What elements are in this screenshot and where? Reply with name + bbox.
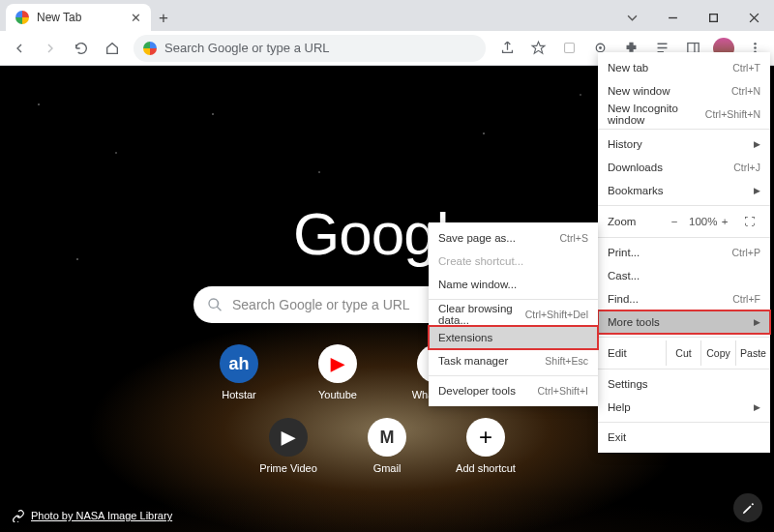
shortcut-label: Youtube — [318, 389, 357, 400]
window-titlebar: New Tab ✕ + — [0, 0, 774, 31]
svg-rect-2 — [564, 44, 574, 53]
menu-edit-row: Edit Cut Copy Paste — [598, 340, 770, 366]
menu-more-tools[interactable]: More tools▶ — [598, 310, 770, 334]
menu-zoom: Zoom − 100% + ⛶ — [598, 209, 770, 234]
search-placeholder: Search Google or type a URL — [232, 297, 410, 312]
submenu-clear-data[interactable]: Clear browsing data...Ctrl+Shift+Del — [429, 303, 598, 326]
chevron-down-icon[interactable] — [611, 4, 652, 31]
pencil-icon — [741, 501, 756, 516]
browser-tab[interactable]: New Tab ✕ — [6, 4, 151, 31]
submenu-save-page[interactable]: Save page as...Ctrl+S — [429, 226, 598, 250]
google-icon — [143, 42, 157, 55]
forward-button[interactable] — [37, 35, 64, 62]
submenu-extensions[interactable]: Extensions — [429, 326, 598, 349]
shortcut-label: Hotstar — [222, 389, 255, 400]
background-credit[interactable]: Photo by NASA Image Library — [12, 509, 172, 522]
shortcut-label: Add shortcut — [456, 462, 516, 474]
shortcut-tile[interactable]: ▶Youtube — [299, 344, 376, 400]
menu-bookmarks[interactable]: Bookmarks▶ — [598, 179, 770, 202]
svg-rect-1 — [709, 14, 717, 21]
menu-print[interactable]: Print...Ctrl+P — [598, 241, 770, 264]
home-button[interactable] — [99, 35, 126, 62]
window-controls — [611, 4, 774, 31]
menu-exit[interactable]: Exit — [598, 426, 770, 449]
extension-box-icon[interactable] — [555, 35, 582, 62]
menu-settings[interactable]: Settings — [598, 372, 770, 396]
fullscreen-icon[interactable]: ⛶ — [739, 216, 760, 227]
zoom-in-button[interactable]: + — [714, 216, 735, 227]
svg-point-7 — [754, 43, 757, 45]
svg-point-8 — [754, 46, 757, 49]
submenu-task-manager[interactable]: Task managerShift+Esc — [429, 349, 598, 372]
shortcut-tile[interactable]: +Add shortcut — [447, 418, 524, 474]
credit-text: Photo by NASA Image Library — [31, 510, 172, 521]
submenu-developer-tools[interactable]: Developer toolsCtrl+Shift+I — [429, 379, 598, 402]
submenu-name-window[interactable]: Name window... — [429, 273, 598, 296]
shortcut-icon: ▶ — [318, 344, 357, 383]
svg-point-4 — [599, 46, 602, 49]
shortcut-label: Prime Video — [259, 462, 317, 474]
reload-button[interactable] — [68, 35, 95, 62]
link-icon — [12, 509, 25, 522]
tab-title: New Tab — [37, 11, 81, 24]
menu-history[interactable]: History▶ — [598, 133, 770, 156]
new-tab-button[interactable]: + — [151, 6, 176, 31]
shortcut-icon: ▶ — [269, 418, 308, 457]
tab-close-icon[interactable]: ✕ — [131, 11, 141, 25]
close-button[interactable] — [733, 4, 774, 31]
address-bar[interactable]: Search Google or type a URL — [134, 35, 486, 62]
maximize-button[interactable] — [693, 4, 733, 31]
shortcut-icon: + — [466, 418, 505, 457]
back-button[interactable] — [6, 35, 33, 62]
customize-button[interactable] — [733, 493, 762, 522]
zoom-out-button[interactable]: − — [664, 216, 685, 227]
zoom-value: 100% — [689, 216, 710, 227]
submenu-create-shortcut: Create shortcut... — [429, 250, 598, 273]
shortcut-icon: M — [368, 418, 406, 457]
menu-new-window[interactable]: New windowCtrl+N — [598, 79, 770, 103]
minimize-button[interactable] — [652, 4, 693, 31]
menu-help[interactable]: Help▶ — [598, 396, 770, 419]
bookmark-star-icon[interactable] — [524, 35, 551, 62]
svg-rect-5 — [687, 44, 698, 53]
shortcut-tile[interactable]: MGmail — [348, 418, 426, 474]
search-icon — [207, 297, 223, 312]
shortcut-tile[interactable]: ▶Prime Video — [250, 418, 327, 474]
menu-new-incognito[interactable]: New Incognito windowCtrl+Shift+N — [598, 103, 770, 126]
omnibox-placeholder: Search Google or type a URL — [164, 41, 330, 55]
menu-downloads[interactable]: DownloadsCtrl+J — [598, 156, 770, 179]
more-tools-submenu: Save page as...Ctrl+S Create shortcut...… — [429, 222, 598, 406]
share-icon[interactable] — [493, 35, 521, 62]
menu-new-tab[interactable]: New tabCtrl+T — [598, 56, 770, 79]
shortcut-label: Gmail — [373, 462, 402, 474]
shortcut-tile[interactable]: ahHotstar — [200, 344, 278, 400]
shortcuts-row: ▶Prime VideoMGmail+Add shortcut — [184, 418, 590, 474]
shortcut-icon: ah — [220, 344, 258, 383]
menu-paste[interactable]: Paste — [735, 340, 770, 366]
chrome-main-menu: New tabCtrl+T New windowCtrl+N New Incog… — [598, 52, 770, 453]
menu-copy[interactable]: Copy — [700, 340, 735, 366]
menu-cut[interactable]: Cut — [666, 340, 700, 366]
menu-find[interactable]: Find...Ctrl+F — [598, 287, 770, 310]
tab-favicon — [15, 11, 29, 24]
menu-cast[interactable]: Cast... — [598, 264, 770, 287]
